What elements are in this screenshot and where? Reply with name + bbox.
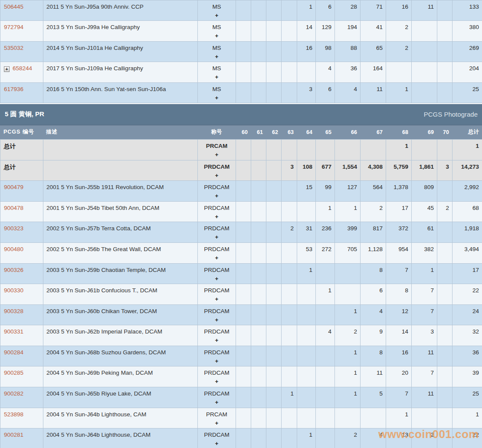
- designation-plus-link[interactable]: +: [198, 420, 236, 426]
- grade-63-count: [282, 284, 297, 305]
- grade-66-count: 1: [335, 387, 361, 408]
- grade-70-count: [437, 346, 452, 366]
- designation-cell: PRCAM+: [198, 408, 236, 428]
- grade-60-count: [236, 284, 251, 305]
- designation-label: PRDCAM: [198, 390, 236, 397]
- designation-plus-link[interactable]: +: [198, 317, 236, 323]
- pcgs-number-link[interactable]: 900285: [4, 370, 23, 376]
- designation-plus-link[interactable]: +: [198, 275, 236, 282]
- grade-67-count: 11: [361, 366, 386, 387]
- pcgs-number-link[interactable]: 900478: [4, 205, 23, 211]
- table-row: 9003262003 5 Yn Sun-J59b Chaotian Temple…: [0, 263, 482, 284]
- expand-row-icon[interactable]: +: [4, 66, 10, 72]
- designation-plus-link[interactable]: +: [198, 12, 236, 19]
- grade-62-count: [266, 284, 282, 305]
- pcgs-number-cell: 535032: [0, 41, 43, 62]
- column-header-grade-63: 63: [281, 125, 297, 139]
- grade-63-count: [282, 408, 297, 428]
- designation-cell: PRDCAM+: [198, 160, 236, 181]
- designation-plus-link[interactable]: +: [198, 255, 236, 261]
- column-header-grade-62: 62: [266, 125, 281, 139]
- pcgs-number-link[interactable]: 900330: [4, 287, 23, 294]
- designation-cell: PRDCAM+: [198, 366, 236, 387]
- pcgs-number-link[interactable]: 900284: [4, 349, 23, 356]
- pcgs-number-link[interactable]: 900326: [4, 267, 23, 273]
- designation-label: MS: [198, 24, 236, 30]
- grade-62-count: [266, 366, 282, 387]
- grade-68-count: 1: [386, 82, 412, 103]
- grade-66-count: [335, 408, 361, 428]
- designation-cell: MS+: [198, 41, 236, 62]
- pcgs-number-link[interactable]: 972794: [4, 24, 23, 30]
- grade-66-count: 2: [335, 325, 361, 346]
- grade-67-count: 4: [361, 428, 386, 448]
- grade-69-count: [412, 41, 437, 62]
- designation-plus-link[interactable]: +: [198, 151, 236, 158]
- grade-60-count: [236, 242, 251, 263]
- coin-description: 2013 5 Yn Sun-J99a He Calligraphy: [43, 21, 198, 41]
- total-count: 39: [452, 366, 482, 387]
- grade-67-count: 8: [361, 346, 386, 366]
- pcgs-number-link[interactable]: 658244: [13, 65, 32, 72]
- pcgs-number-link[interactable]: 900331: [4, 328, 23, 335]
- designation-cell: PRDCAM+: [198, 325, 236, 346]
- grade-60-count: [236, 263, 251, 284]
- grade-62-count: [266, 304, 282, 325]
- designation-cell: PRDCAM+: [198, 304, 236, 325]
- designation-plus-link[interactable]: +: [198, 193, 236, 199]
- total-count: 25: [452, 387, 482, 408]
- grade-69-count: [412, 21, 437, 41]
- designation-plus-link[interactable]: +: [198, 378, 236, 385]
- designation-plus-link[interactable]: +: [198, 358, 236, 364]
- grade-65-count: [316, 408, 335, 428]
- pcgs-population-report-page: 5064452011 5 Yn Sun-J95a 90th Anniv. CCP…: [0, 0, 482, 448]
- designation-plus-link[interactable]: +: [198, 296, 236, 302]
- pcgs-number-link[interactable]: 900282: [4, 390, 23, 397]
- designation-plus-link[interactable]: +: [198, 95, 236, 101]
- grade-67-count: 1,128: [361, 242, 386, 263]
- grade-66-count: 705: [335, 242, 361, 263]
- pcgs-number-link[interactable]: 523898: [4, 411, 23, 418]
- pcgs-number-link[interactable]: 506445: [4, 3, 23, 10]
- designation-plus-link[interactable]: +: [198, 234, 236, 240]
- grade-70-count: [437, 41, 452, 62]
- grade-62-count: [266, 408, 282, 428]
- designation-plus-link[interactable]: +: [198, 33, 236, 39]
- total-count: 36: [452, 346, 482, 366]
- designation-label: PRDCAM: [198, 370, 236, 376]
- grade-64-count: [297, 304, 316, 325]
- grade-63-count: [282, 304, 297, 325]
- grade-61-count: [251, 366, 266, 387]
- pcgs-number-link[interactable]: 900281: [4, 432, 23, 438]
- designation-plus-link[interactable]: +: [198, 172, 236, 179]
- grade-67-count: 71: [361, 0, 386, 21]
- designation-plus-link[interactable]: +: [198, 53, 236, 60]
- grade-68-count: 2: [386, 21, 412, 41]
- grade-60-count: [236, 346, 251, 366]
- grade-65-count: 4: [316, 62, 335, 82]
- designation-plus-link[interactable]: +: [198, 337, 236, 343]
- grade-63-count: [282, 428, 297, 448]
- photograde-link[interactable]: PCGS Photograde: [424, 111, 478, 118]
- pcgs-number-link[interactable]: 900480: [4, 246, 23, 252]
- grade-67-count: 817: [361, 222, 386, 243]
- grade-65-count: [316, 387, 335, 408]
- pcgs-number-link[interactable]: 900323: [4, 225, 23, 232]
- designation-plus-link[interactable]: +: [198, 213, 236, 220]
- grade-70-count: [437, 0, 452, 21]
- pcgs-number-cell: 900479: [0, 181, 43, 202]
- table-row: 5238982004 5 Yn Sun-J64b Lighthouse, CAM…: [0, 408, 482, 428]
- designation-plus-link[interactable]: +: [198, 74, 236, 80]
- grade-62-count: [266, 263, 282, 284]
- designation-plus-link[interactable]: +: [198, 399, 236, 405]
- pcgs-number-link[interactable]: 535032: [4, 45, 23, 51]
- pcgs-number-cell: 900323: [0, 222, 43, 243]
- grade-65-count: 4: [316, 325, 335, 346]
- pcgs-number-link[interactable]: 900328: [4, 308, 23, 314]
- designation-plus-link[interactable]: +: [198, 440, 236, 447]
- pcgs-number-link[interactable]: 900479: [4, 184, 23, 190]
- grade-68-count: 16: [386, 346, 412, 366]
- coin-description: 2016 5 Yn 150th Ann. Sun Yat-sen Sun-J10…: [43, 82, 198, 103]
- pcgs-number-link[interactable]: 617936: [4, 86, 23, 92]
- designation-cell: PRDCAM+: [198, 428, 236, 448]
